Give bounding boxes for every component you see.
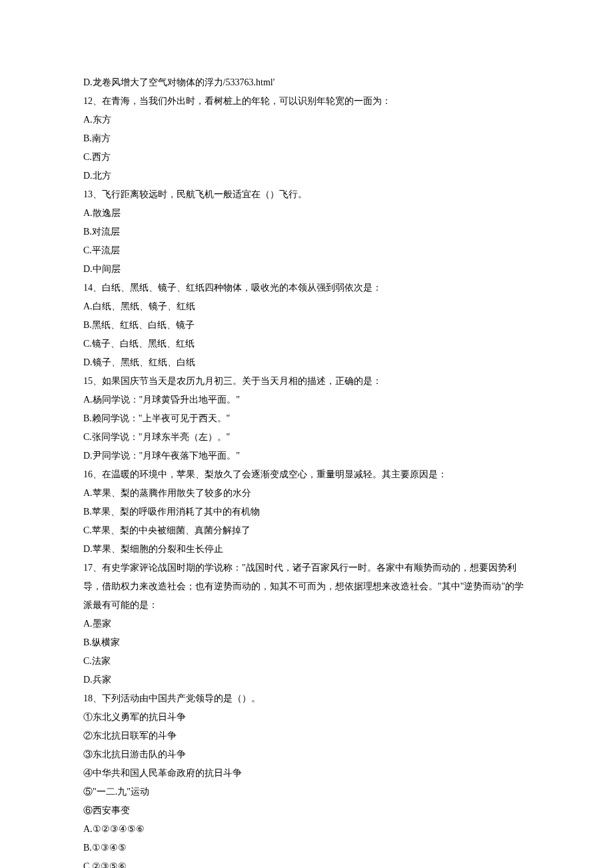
question-stem: 12、在青海，当我们外出时，看树桩上的年轮，可以识别年轮宽的一面为： [83, 92, 530, 111]
question-stem: 13、飞行距离较远时，民航飞机一般适宜在（）飞行。 [83, 185, 530, 204]
answer-option: C.镜子、白纸、黑纸、红纸 [83, 335, 530, 353]
answer-option: B.南方 [83, 129, 530, 148]
question-stem: 14、白纸、黑纸、镜子、红纸四种物体，吸收光的本领从强到弱依次是： [83, 279, 530, 297]
answer-option: D.苹果、梨细胞的分裂和生长停止 [83, 540, 530, 559]
answer-option: C.苹果、梨的中央被细菌、真菌分解掉了 [83, 521, 530, 540]
answer-option: C.法家 [83, 652, 530, 671]
answer-option: D.镜子、黑纸、红纸、白纸 [83, 353, 530, 372]
question-item: ④中华共和国人民革命政府的抗日斗争 [83, 764, 530, 783]
question-stem: 15、如果国庆节当天是农历九月初三。关于当天月相的描述，正确的是： [83, 372, 530, 391]
answer-option: C.西方 [83, 148, 530, 167]
answer-option: B.纵横家 [83, 633, 530, 652]
answer-option: A.白纸、黑纸、镜子、红纸 [83, 297, 530, 316]
question-item: ①东北义勇军的抗日斗争 [83, 708, 530, 727]
answer-option: B.赖同学说："上半夜可见于西天。" [83, 409, 530, 428]
question-stem: 18、下列活动由中国共产党领导的是（）。 [83, 689, 530, 708]
answer-option: A.东方 [83, 111, 530, 129]
answer-option: C.平流层 [83, 241, 530, 260]
answer-option: D.兵家 [83, 671, 530, 689]
question-item: ⑤"一二.九"运动 [83, 783, 530, 801]
answer-option: D.尹同学说："月球午夜落下地平面。" [83, 447, 530, 465]
answer-option: D.北方 [83, 167, 530, 185]
answer-option: A.墨家 [83, 615, 530, 633]
answer-option: A.①②③④⑤⑥ [83, 820, 530, 839]
answer-option: B.黑纸、红纸、白纸、镜子 [83, 316, 530, 335]
document-page: D.龙卷风增大了空气对物体的浮力/533763.html' 12、在青海，当我们… [0, 0, 613, 868]
answer-option: B.苹果、梨的呼吸作用消耗了其中的有机物 [83, 503, 530, 521]
question-stem: 16、在温暖的环境中，苹果、梨放久了会逐渐变成空心，重量明显减轻。其主要原因是： [83, 465, 530, 484]
answer-option: B.①③④⑤ [83, 839, 530, 857]
question-item: ⑥西安事变 [83, 801, 530, 820]
answer-option: A.散逸层 [83, 204, 530, 223]
answer-option: C.②③⑤⑥ [83, 857, 530, 868]
text-line: D.龙卷风增大了空气对物体的浮力/533763.html' [83, 73, 530, 92]
question-item: ③东北抗日游击队的斗争 [83, 745, 530, 764]
answer-option: A.杨同学说："月球黄昏升出地平面。" [83, 391, 530, 409]
question-item: ②东北抗日联军的斗争 [83, 727, 530, 745]
answer-option: D.中间层 [83, 260, 530, 279]
answer-option: B.对流层 [83, 223, 530, 241]
answer-option: C.张同学说："月球东半亮（左）。" [83, 428, 530, 447]
answer-option: A.苹果、梨的蒸腾作用散失了较多的水分 [83, 484, 530, 503]
question-stem: 17、有史学家评论战国时期的学说称："战国时代，诸子百家风行一时。各家中有顺势而… [83, 559, 530, 615]
